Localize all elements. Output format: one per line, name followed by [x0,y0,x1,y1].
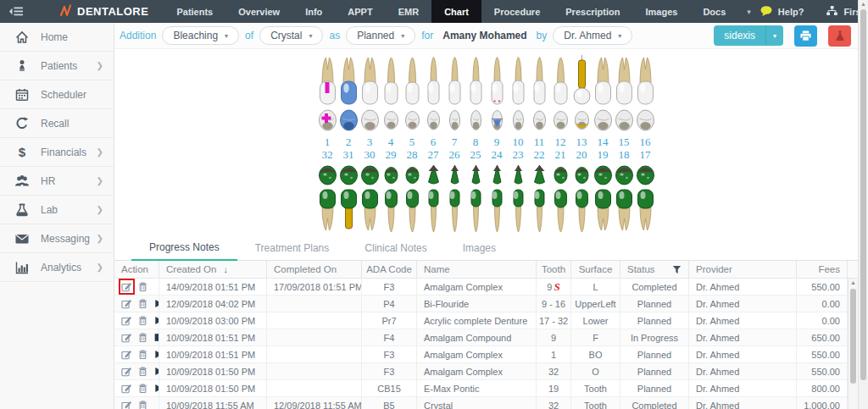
play-action-button[interactable] [153,366,159,377]
tooth-21-occlusal-view[interactable] [550,161,571,188]
edit-action-button[interactable] [121,383,132,394]
tooth-23-occlusal-view[interactable] [508,161,529,188]
tooth-19-side-view[interactable] [593,188,614,234]
tooth-number-32[interactable]: 32 [317,148,338,161]
tooth-1-side-view[interactable] [317,54,338,107]
tooth-3-occlusal-view[interactable] [359,107,381,135]
edit-action-button[interactable] [121,281,132,292]
delete-action-button[interactable] [137,315,148,326]
tooth-number-19[interactable]: 19 [593,148,614,161]
edit-action-button[interactable] [121,332,132,343]
tooth-number-9[interactable]: 9 [487,135,508,148]
delete-action-button[interactable] [137,349,148,360]
tooth-number-24[interactable]: 24 [487,148,508,161]
tooth-1-occlusal-view[interactable] [317,107,338,135]
tooth-number-3[interactable]: 3 [359,135,381,148]
tooth-7-occlusal-view[interactable] [444,107,465,135]
procedure-dropdown[interactable]: Bleaching▾ [162,26,239,45]
tooth-17-side-view[interactable] [635,188,656,234]
delete-action-button[interactable] [137,298,148,309]
tooth-number-12[interactable]: 12 [550,135,571,148]
tooth-18-side-view[interactable] [614,188,635,234]
column-header-fees[interactable]: Fees [797,261,848,278]
tooth-27-side-view[interactable] [423,188,444,234]
tooth-number-25[interactable]: 25 [465,148,487,161]
tab-treatment-plans[interactable]: Treatment Plans [237,242,348,260]
tooth-12-side-view[interactable] [550,54,571,107]
delete-action-button[interactable] [137,332,148,343]
tooth-6-occlusal-view[interactable] [423,107,444,135]
tooth-5-occlusal-view[interactable] [402,107,423,135]
tooth-number-17[interactable]: 17 [635,148,656,161]
delete-action-button[interactable] [137,366,148,377]
tooth-number-16[interactable]: 16 [635,135,656,148]
tooth-18-occlusal-view[interactable] [614,161,635,188]
tooth-16-side-view[interactable] [635,54,656,107]
stop-action-button[interactable] [153,332,159,343]
tooth-28-occlusal-view[interactable] [402,161,423,188]
tooth-6-side-view[interactable] [423,54,444,107]
delete-action-button[interactable] [137,383,148,394]
nav-item-appt[interactable]: APPT [335,0,385,23]
tooth-12-occlusal-view[interactable] [550,107,571,135]
nav-item-procedure[interactable]: Procedure [481,0,553,23]
nav-more-chevron-icon[interactable]: ▾ [738,0,760,23]
tooth-29-occlusal-view[interactable] [381,161,402,188]
sidexis-button[interactable]: sidexis ▾ [714,25,783,46]
nav-item-chart[interactable]: Chart [431,0,481,23]
tooth-2-occlusal-view[interactable] [338,107,359,135]
tooth-number-6[interactable]: 6 [423,135,444,148]
tab-progress-notes[interactable]: Progress Notes [131,241,237,261]
tooth-17-occlusal-view[interactable] [635,161,656,188]
tooth-number-2[interactable]: 2 [338,135,359,148]
edit-action-button[interactable] [121,315,132,326]
tooth-9-occlusal-view[interactable] [487,107,508,135]
status-dropdown[interactable]: Planned▾ [346,26,415,45]
column-header-surface[interactable]: Surface [571,261,620,278]
tooth-26-side-view[interactable] [444,188,465,234]
tooth-4-occlusal-view[interactable] [381,107,402,135]
tooth-4-side-view[interactable] [381,54,402,107]
lab-alert-button[interactable] [828,25,851,47]
tooth-26-occlusal-view[interactable] [444,161,465,188]
tooth-22-side-view[interactable] [529,188,550,234]
tooth-number-18[interactable]: 18 [614,148,635,161]
edit-action-button[interactable] [121,298,132,309]
tooth-15-side-view[interactable] [614,54,635,107]
nav-item-patients[interactable]: Patients [164,0,225,23]
material-dropdown[interactable]: Crystal▾ [259,26,323,45]
tooth-number-15[interactable]: 15 [614,135,635,148]
column-header-provider[interactable]: Provider [689,261,797,278]
column-header-action[interactable]: Action [114,261,159,278]
sidebar-item-messaging[interactable]: Messaging❯ [0,224,114,253]
tooth-30-side-view[interactable] [359,188,381,234]
tooth-8-occlusal-view[interactable] [465,107,487,135]
tooth-8-side-view[interactable] [465,54,487,107]
play-action-button[interactable] [153,349,159,360]
play-action-button[interactable] [153,315,159,326]
column-header-ada-code[interactable]: ADA Code [362,261,417,278]
tooth-number-28[interactable]: 28 [402,148,423,161]
tab-clinical-notes[interactable]: Clinical Notes [347,242,444,260]
tooth-14-occlusal-view[interactable] [593,107,614,135]
tooth-19-occlusal-view[interactable] [593,161,614,188]
tooth-number-22[interactable]: 22 [529,148,550,161]
tooth-number-29[interactable]: 29 [381,148,402,161]
tooth-29-side-view[interactable] [381,188,402,234]
tooth-16-occlusal-view[interactable] [635,107,656,135]
column-header-completed-on[interactable]: Completed On [267,261,362,278]
tooth-32-side-view[interactable] [317,188,338,234]
delete-action-button[interactable] [137,281,148,292]
nav-item-docs[interactable]: Docs [690,0,738,23]
tooth-11-side-view[interactable] [529,54,550,107]
tooth-13-side-view[interactable] [571,54,593,107]
nav-item-prescription[interactable]: Prescription [553,0,632,23]
sidebar-item-analytics[interactable]: Analytics❯ [0,253,114,282]
collapse-sidebar-icon[interactable] [0,0,36,23]
tooth-31-occlusal-view[interactable] [338,161,359,188]
tooth-11-occlusal-view[interactable] [529,107,550,135]
brand-logo[interactable]: DENTALORE [36,0,164,23]
sidebar-item-hr[interactable]: HR❯ [0,167,114,196]
tooth-number-13[interactable]: 13 [571,135,593,148]
tooth-10-side-view[interactable] [508,54,529,107]
